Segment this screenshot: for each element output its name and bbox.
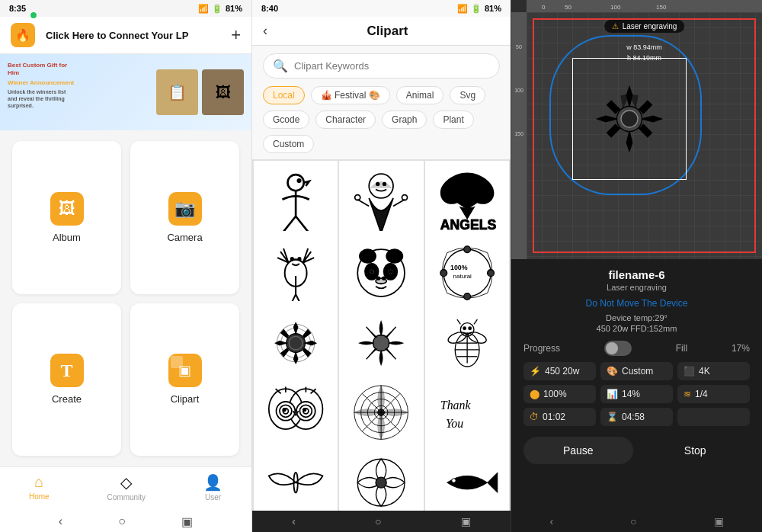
dont-move-label: Do Not Move The Device xyxy=(523,298,750,309)
fill-pct: 17% xyxy=(732,343,750,354)
custom-value: Custom xyxy=(622,366,653,377)
album-button[interactable]: 🖼 Album xyxy=(12,141,121,294)
svg-point-34 xyxy=(440,270,447,277)
clipart-battery-pct: 81% xyxy=(485,4,501,13)
home-nav-icon: ⌂ xyxy=(34,473,43,491)
album-icon: 🖼 xyxy=(50,192,84,226)
svg-point-6 xyxy=(376,183,379,186)
clipart-time: 8:40 xyxy=(261,4,278,13)
progress-toggle[interactable] xyxy=(604,341,632,356)
clipart-item-fish[interactable] xyxy=(425,441,509,511)
svg-point-35 xyxy=(487,270,494,277)
ruler-left-100: 100 xyxy=(514,88,523,93)
tag-custom[interactable]: Custom xyxy=(263,135,314,153)
svg-point-78 xyxy=(376,477,386,488)
stop-button[interactable]: Stop xyxy=(641,437,751,464)
nav-home[interactable]: ⌂ Home xyxy=(17,472,62,503)
svg-point-81 xyxy=(621,111,638,127)
tag-graph[interactable]: Graph xyxy=(382,111,427,129)
param-percent: ⬤ 100% xyxy=(523,385,596,403)
laser-subtitle: Laser engraving xyxy=(523,283,750,292)
dim-height: h 84.19mm xyxy=(626,53,662,64)
quarter-icon: ≋ xyxy=(684,389,691,399)
tag-festival[interactable]: 🎪 Festival 🎨 xyxy=(311,86,390,104)
wifi-icon: 📶 xyxy=(198,4,209,14)
warning-icon: ⚠ xyxy=(612,22,619,30)
banner-image-1: 📋 xyxy=(156,69,198,115)
ruler-mark-100: 100 xyxy=(610,4,620,11)
tag-gcode[interactable]: Gcode xyxy=(263,111,309,129)
svg-line-8 xyxy=(393,200,405,207)
search-icon: 🔍 xyxy=(273,59,288,73)
clipart-recent-sys[interactable]: ▣ xyxy=(461,515,471,527)
param-quarter: ≋ 1/4 xyxy=(677,385,750,403)
camera-button[interactable]: 📷 Camera xyxy=(130,141,239,294)
param-time1: ⏱ 01:02 xyxy=(523,408,596,426)
nav-community[interactable]: ◇ Community xyxy=(95,472,158,503)
clipart-bottom-nav: ‹ ○ ▣ xyxy=(252,511,511,532)
power-value: 450 20w xyxy=(545,366,579,377)
connect-bar[interactable]: 🔥 Click Here to Connect Your LP + xyxy=(0,17,251,54)
white-rect xyxy=(572,58,687,180)
laser-back-sys[interactable]: ‹ xyxy=(549,515,553,527)
clipart-home-sys[interactable]: ○ xyxy=(375,515,381,527)
laser-sys-nav: ‹ ○ ▣ xyxy=(511,511,762,532)
clipart-button[interactable]: ▣ Clipart xyxy=(130,303,239,457)
param-time2: ⌛ 04:58 xyxy=(600,408,673,426)
community-nav-icon: ◇ xyxy=(120,473,132,492)
back-sys-btn[interactable]: ‹ xyxy=(59,514,62,528)
svg-point-11 xyxy=(355,195,360,200)
dimensions-label: w 83.94mm h 84.19mm xyxy=(626,43,662,63)
canvas-area[interactable]: ⚠ Laser engraving w 83.94mm h 84.19mm xyxy=(527,12,762,259)
svg-line-54 xyxy=(474,319,477,324)
clipart-label: Clipart xyxy=(171,393,200,405)
create-label: Create xyxy=(52,393,82,405)
tag-local[interactable]: Local xyxy=(263,86,305,104)
clipart-icon: ▣ xyxy=(168,354,202,387)
create-icon: T xyxy=(50,354,84,387)
svg-line-9 xyxy=(358,200,370,207)
custom-icon: 🎨 xyxy=(607,366,618,377)
recent-sys-btn[interactable]: ▣ xyxy=(181,514,193,529)
svg-point-51 xyxy=(463,327,466,330)
tag-animal[interactable]: Animal xyxy=(396,86,444,104)
clipart-search-input[interactable] xyxy=(294,60,490,72)
svg-point-10 xyxy=(402,195,408,200)
camera-label: Camera xyxy=(167,232,202,243)
param-fill-amt: 📊 14% xyxy=(600,385,673,403)
nav-user[interactable]: 👤 User xyxy=(191,472,235,503)
svg-point-64 xyxy=(303,409,306,412)
svg-point-29 xyxy=(377,277,380,280)
laser-panel: 50 100 150 0 50 100 150 xyxy=(511,0,762,532)
laser-canvas[interactable]: 50 100 150 0 50 100 150 xyxy=(511,0,762,259)
pause-button[interactable]: Pause xyxy=(523,437,633,464)
search-input-wrap[interactable]: 🔍 xyxy=(263,53,500,79)
laser-home-sys[interactable]: ○ xyxy=(630,515,636,527)
clipart-header: ‹ Clipart xyxy=(252,17,511,46)
clipart-status-bar: 8:40 📶 🔋 81% xyxy=(252,0,511,17)
tag-plant[interactable]: Plant xyxy=(433,111,473,129)
camera-icon: 📷 xyxy=(168,192,202,226)
laser-recent-sys[interactable]: ▣ xyxy=(714,515,724,527)
time1-icon: ⏱ xyxy=(530,412,539,422)
svg-point-20 xyxy=(360,249,376,263)
time1-value: 01:02 xyxy=(543,412,565,422)
clipart-grid: ANGELS xyxy=(252,159,511,511)
clipart-item-ornament[interactable] xyxy=(339,441,423,511)
time2-value: 04:58 xyxy=(622,412,645,422)
home-sys-btn[interactable]: ○ xyxy=(118,514,126,528)
tag-character[interactable]: Character xyxy=(315,111,376,129)
clipart-back-sys[interactable]: ‹ xyxy=(292,515,296,527)
logo-icon: 🔥 xyxy=(11,23,35,47)
create-button[interactable]: T Create xyxy=(12,303,121,457)
svg-point-4 xyxy=(298,179,301,182)
community-nav-label: Community xyxy=(107,493,146,502)
battery-pct: 81% xyxy=(226,4,242,13)
add-button[interactable]: + xyxy=(231,25,241,45)
svg-point-13 xyxy=(460,181,474,195)
tag-svg[interactable]: Svg xyxy=(450,86,485,104)
banner-text: Best Custom Gift for Him Winner Announce… xyxy=(8,62,76,109)
svg-point-7 xyxy=(383,183,386,186)
clipart-back-button[interactable]: ‹ xyxy=(263,23,267,39)
clipart-item-butterfly[interactable] xyxy=(254,441,338,511)
